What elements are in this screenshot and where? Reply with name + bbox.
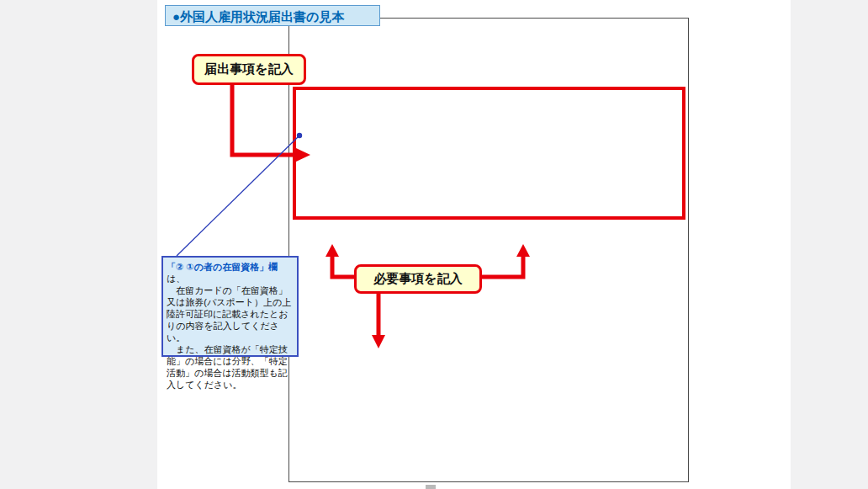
notify-callout: 届出事項を記入 <box>192 54 306 85</box>
page-title: ●外国人雇用状況届出書の見本 <box>165 5 380 26</box>
required-callout: 必要事項を記入 <box>354 264 482 294</box>
note-paragraph-1: 在留カードの「在留資格」又は旅券(パスポート）上の上陸許可証印に記載されたとおり… <box>167 284 294 343</box>
note-lead-text: 「② ①の者の在留資格」欄 <box>167 262 278 272</box>
highlight-red-box <box>293 87 685 220</box>
page-footer-mark <box>426 485 436 489</box>
note-paragraph-2: また、在留資格が「特定技能」の場合には分野、「特定活動」の場合は活動類型も記入し… <box>167 343 294 391</box>
residence-status-note: 「② ①の者の在留資格」欄は、 在留カードの「在留資格」又は旅券(パスポート）上… <box>161 256 299 357</box>
screenshot-root: 様式第3号（第10条関係）（表面） 雇 入 れ に係る外国人雇用状況届出書 離 … <box>0 0 868 489</box>
note-lead-suffix: は、 <box>167 274 185 284</box>
